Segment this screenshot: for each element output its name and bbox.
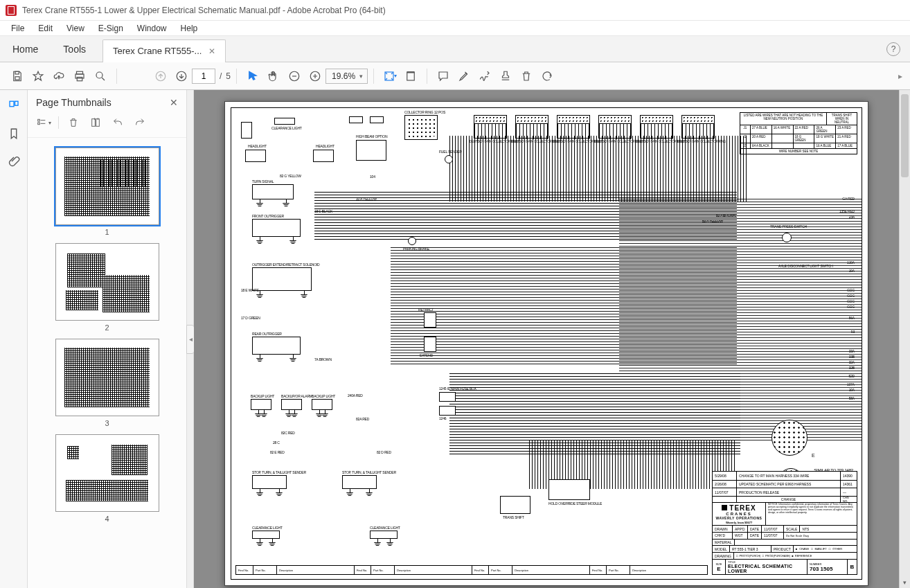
thumbnails-title: Page Thumbnails: [36, 97, 111, 108]
thumbnail-label: 2: [105, 323, 109, 332]
scrollbar-thumb[interactable]: [901, 94, 909, 177]
scrollbar-down-icon[interactable]: ▾: [900, 577, 910, 588]
bus-reference-label: 33A: [849, 349, 855, 353]
cell: DATE: [747, 526, 761, 532]
zoom-select[interactable]: 19.6% ▾: [325, 69, 368, 84]
thumb-undo-icon[interactable]: [109, 115, 127, 130]
svg-rect-13: [10, 101, 14, 107]
window-title: Terex Crane RT555-1 Lower & Upper Electr…: [22, 6, 386, 15]
cell: Description: [630, 566, 707, 574]
cell: [793, 143, 814, 148]
page-number-input[interactable]: [192, 69, 215, 84]
tab-document[interactable]: Terex Crane RT555-... ✕: [102, 39, 226, 62]
ground-icon: [283, 199, 289, 206]
cell: PRODUCT: [771, 546, 793, 552]
stamp-icon[interactable]: [495, 66, 516, 87]
tab-tools[interactable]: Tools: [51, 37, 98, 62]
ground-icon: [260, 410, 267, 417]
zoom-in-icon[interactable]: [305, 66, 325, 87]
bus-reference-label: 10A: [849, 388, 855, 392]
thumbnail-page-4[interactable]: 4: [55, 434, 159, 523]
thumbnail-page-3[interactable]: 3: [55, 339, 159, 427]
trans-shift-box: [500, 496, 530, 514]
star-icon[interactable]: [28, 66, 48, 87]
component-label: STOP, TURN, & TAILLIGHT SENDER: [342, 470, 396, 474]
sign-icon[interactable]: [474, 66, 495, 87]
schematic-frame: LISTED ARE WIRES THAT ARE NOT HEADING TO…: [231, 107, 862, 580]
cell: 18 G WHITE: [814, 134, 835, 143]
ground-icon: [386, 539, 393, 546]
find-icon[interactable]: [90, 66, 111, 87]
thumb-options-icon[interactable]: ▾: [35, 115, 53, 130]
thumbnails-rail-icon[interactable]: [5, 97, 23, 115]
menu-help[interactable]: Help: [174, 22, 205, 35]
connector-e-label: E: [812, 453, 814, 458]
cell: 11/07/07: [761, 526, 783, 532]
ground-icon: [289, 237, 296, 244]
menu-view[interactable]: View: [60, 22, 91, 35]
thumbnails-panel: Page Thumbnails ✕ ▾ 1: [28, 90, 187, 588]
tab-home[interactable]: Home: [0, 37, 51, 62]
trans-press-switch: [782, 233, 792, 242]
comment-icon[interactable]: [433, 66, 454, 87]
close-panel-icon[interactable]: ✕: [170, 97, 178, 108]
save-icon[interactable]: [7, 66, 28, 87]
bus-reference-label: GGG: [847, 294, 855, 298]
fuse-1245: [439, 392, 456, 402]
cell: J1: [740, 125, 750, 134]
toolbar-scroll-right[interactable]: ▸: [891, 62, 910, 89]
delete-icon[interactable]: [516, 66, 537, 87]
attachment-rail-icon[interactable]: [5, 152, 23, 170]
bookmark-rail-icon[interactable]: [5, 125, 23, 143]
menu-esign[interactable]: E-Sign: [91, 22, 130, 35]
cell: 21 A RED: [835, 134, 857, 143]
cloud-share-icon[interactable]: [48, 66, 69, 87]
ground-icon: [366, 489, 373, 496]
page-total: 5: [226, 71, 231, 81]
cell: 11/07/07: [761, 533, 783, 539]
small-box-b: [370, 116, 384, 123]
wire-label: 82 D RED: [377, 450, 391, 454]
deutsch-connector: [640, 115, 673, 139]
thumbnails-list[interactable]: 1 2 3: [28, 138, 186, 588]
document-viewer[interactable]: LISTED ARE WIRES THAT ARE NOT HEADING TO…: [194, 90, 899, 588]
cell: Part No.: [253, 566, 276, 574]
menu-edit[interactable]: Edit: [31, 22, 60, 35]
component-label: TURN SIGNAL: [252, 179, 274, 184]
title-cell: TITLEELECTRICAL SCHEMATIC LOWER: [725, 560, 807, 574]
ground-icon: [301, 291, 307, 298]
thumbnail-page-1[interactable]: 1: [55, 148, 159, 236]
cell: APP'D: [732, 526, 747, 532]
component-box: [252, 337, 301, 355]
select-tool-icon[interactable]: [242, 66, 263, 87]
thumbnail-page-2[interactable]: 2: [55, 243, 159, 332]
thumb-redo-icon[interactable]: [131, 115, 149, 130]
wire-bus-v: [449, 136, 747, 202]
prev-page-icon[interactable]: [150, 66, 171, 87]
cell: MATERIAL: [713, 540, 734, 546]
bus-reference-label: 23A: [849, 215, 855, 219]
thumb-delete-icon[interactable]: [64, 115, 82, 130]
zoom-out-icon[interactable]: [284, 66, 305, 87]
component-box: [252, 267, 312, 291]
close-tab-icon[interactable]: ✕: [208, 46, 215, 56]
page-display-icon[interactable]: [400, 66, 421, 87]
next-page-icon[interactable]: [171, 66, 192, 87]
print-icon[interactable]: [69, 66, 90, 87]
menu-file[interactable]: File: [4, 22, 31, 35]
menu-window[interactable]: Window: [130, 22, 174, 35]
rotate-icon[interactable]: [537, 66, 557, 87]
thumb-insert-icon[interactable]: [87, 115, 105, 130]
viewer-scrollbar[interactable]: ▾: [899, 90, 910, 588]
wire-label: 82A RED: [356, 417, 369, 421]
help-icon[interactable]: ?: [886, 42, 900, 56]
fit-page-icon[interactable]: ▾: [380, 66, 400, 87]
highlight-icon[interactable]: [454, 66, 474, 87]
ground-icon: [256, 489, 263, 496]
ground-icon: [276, 489, 283, 496]
cell: Find No.: [589, 566, 606, 574]
main-area: Page Thumbnails ✕ ▾ 1: [0, 90, 910, 588]
pan-tool-icon[interactable]: [263, 66, 284, 87]
panel-collapse-handle: ◂: [187, 90, 194, 588]
toolbar-sep: [236, 69, 237, 84]
